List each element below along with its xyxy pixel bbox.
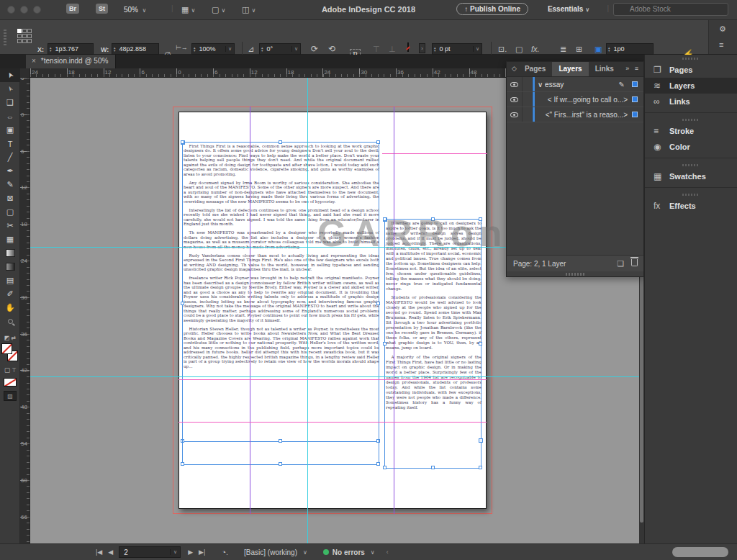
reference-point-proxy[interactable] [17, 29, 32, 43]
layers-panel-tab-pages[interactable]: Pages [518, 62, 552, 76]
close-tab-icon[interactable]: × [32, 57, 36, 65]
selection-bounding-box[interactable] [182, 142, 379, 465]
visibility-toggle[interactable] [507, 92, 523, 107]
fill-color-swatch[interactable] [1, 343, 12, 354]
selection-handle[interactable] [279, 140, 282, 144]
layer-row[interactable]: ∨ essay✎ [507, 77, 643, 92]
scroll-left-arrow[interactable]: ‹ [386, 548, 389, 556]
ruler-guide-magenta-horizontal[interactable] [178, 422, 487, 423]
selection-handle[interactable] [383, 342, 386, 346]
margin-guide[interactable] [382, 153, 487, 154]
rotation-angle-field[interactable]: ▴▾0°∨ [259, 43, 301, 55]
horizontal-scrollbar-thumb[interactable] [672, 547, 728, 557]
layer-name[interactable]: <" Firs...irst" is a reaso...> [546, 111, 628, 119]
document-page[interactable]: First Things First is a reasonable, comm… [178, 112, 487, 509]
preflight-profile[interactable]: [Basic] (working) [244, 548, 297, 556]
fill-stroke-control[interactable] [0, 343, 20, 364]
pencil-tool[interactable]: ✎ [0, 178, 20, 191]
selection-handle[interactable] [383, 466, 386, 469]
collapse-panel-icon[interactable]: » [620, 62, 634, 76]
lock-cell[interactable] [523, 107, 533, 122]
delete-layer-icon[interactable] [631, 259, 638, 266]
formatting-affects-toggle[interactable]: ▢ T [0, 364, 20, 376]
page-number-field[interactable]: 2∨ [119, 546, 181, 558]
preflight-icon[interactable]: ◔. [221, 548, 228, 556]
distribute-icon[interactable]: ⊥ [389, 45, 396, 54]
chevron-down-icon[interactable]: ∨ [371, 549, 375, 556]
dock-drag-dots[interactable] [645, 191, 737, 198]
dock-drag-dots[interactable] [645, 161, 737, 168]
zoom-tool[interactable] [0, 315, 20, 328]
chevron-down-icon[interactable]: ∨ [303, 549, 307, 556]
selection-handle[interactable] [479, 466, 482, 469]
dock-item-effects[interactable]: fxEffects [645, 198, 737, 214]
page-tool[interactable]: ❑ [0, 96, 20, 109]
panel-menu-icon[interactable]: ≡ [719, 40, 723, 49]
adobe-stock-search-input[interactable]: Adobe Stock [613, 3, 728, 16]
ruler-guide-cyan-horizontal[interactable] [30, 376, 639, 377]
text-frame-writers[interactable]: If writers are going to call on designer… [384, 219, 481, 469]
out-port[interactable] [479, 438, 483, 443]
screen-mode-button[interactable]: ▨ [0, 389, 20, 403]
rotate-counterclockwise-button[interactable]: ⟲ [328, 44, 335, 54]
selection-handle[interactable] [376, 302, 380, 305]
corner-shape-icon[interactable]: ▢ [515, 45, 523, 54]
line-tool[interactable]: ╱ [0, 150, 20, 164]
visibility-toggle[interactable] [507, 107, 523, 122]
dock-item-swatches[interactable]: ▦Swatches [645, 168, 737, 184]
chevron-down-icon[interactable]: ∨ [170, 549, 180, 555]
direct-selection-tool[interactable]: ➣ [0, 82, 20, 96]
x-position-field[interactable]: ▴▾1p3.767 [48, 43, 94, 55]
fill-swatch-none[interactable] [407, 42, 409, 52]
selection-handle[interactable] [181, 462, 184, 466]
selection-handle[interactable] [279, 462, 282, 466]
dock-drag-dots[interactable] [645, 55, 737, 62]
ruler-guide-cyan-vertical[interactable] [307, 78, 308, 543]
workspace-switcher[interactable]: Essentials ∨ [548, 5, 589, 13]
frame-fitting-icon[interactable]: ▣ [594, 45, 602, 54]
gear-icon[interactable]: ⚙ [719, 24, 726, 34]
text-wrap-none-icon[interactable]: ≣ [560, 45, 566, 54]
rotate-clockwise-button[interactable]: ⟳ [311, 44, 318, 54]
column-guide-violet[interactable] [394, 107, 394, 514]
dock-drag-dots[interactable] [645, 116, 737, 123]
layers-panel-tab-links[interactable]: Links [589, 62, 620, 76]
scale-x-field[interactable]: ▴▾100%∨ [191, 43, 235, 55]
corner-options-icon[interactable]: ⊡. [498, 45, 507, 54]
dock-item-pages[interactable]: ❐Pages [645, 62, 737, 78]
gradient-tool[interactable] [0, 246, 20, 260]
free-transform-tool[interactable]: ▦ [0, 232, 20, 246]
column-guide-violet[interactable] [250, 107, 250, 514]
dock-item-stroke[interactable]: ≡Stroke [645, 123, 737, 139]
stroke-weight-field[interactable]: ▴▾0 pt∨ [432, 43, 482, 55]
selection-handle[interactable] [181, 140, 184, 144]
fill-options-button[interactable]: › [419, 43, 425, 53]
lock-cell[interactable] [523, 77, 533, 91]
vertical-ruler[interactable]: 60612182430364248546066 [20, 78, 30, 543]
pen-tool[interactable]: ✒ [0, 164, 20, 178]
hand-tool[interactable]: ✋ [0, 301, 20, 315]
dock-item-layers[interactable]: ≋Layers [645, 78, 737, 94]
selection-square[interactable] [632, 81, 638, 87]
eyedropper-tool[interactable]: ✐ [0, 287, 20, 301]
align-icon[interactable]: ⊤ [373, 45, 380, 54]
gap-tool[interactable]: ⇔ [0, 109, 20, 123]
panel-cycle-icon[interactable]: ◇ [507, 62, 518, 76]
swap-fill-stroke-icon[interactable]: ◩ ⇄ [0, 333, 20, 343]
panel-resize-grip[interactable] [566, 273, 584, 276]
new-layer-icon[interactable]: ❏ [617, 259, 624, 268]
note-tool[interactable]: ▤ [0, 274, 20, 287]
dock-item-links[interactable]: ∞Links [645, 94, 737, 109]
gap-field[interactable]: ▴▾1p0 [606, 43, 654, 55]
rectangle-tool[interactable]: ▢ [0, 205, 20, 219]
layer-row[interactable]: < If wr...going to call o...> [507, 92, 643, 107]
ruler-origin-box[interactable] [20, 68, 30, 78]
previous-page-button[interactable]: ◀ [108, 548, 113, 556]
layer-name[interactable]: < If wr...going to call o...> [548, 96, 628, 104]
effects-fx-button[interactable]: fx. [531, 45, 540, 53]
scissors-tool[interactable]: ✂ [0, 219, 20, 232]
lock-cell[interactable] [523, 92, 533, 107]
selection-square[interactable] [632, 96, 638, 102]
apply-none-button[interactable] [0, 376, 20, 389]
text-wrap-bounding-icon[interactable]: ⊞ [576, 45, 582, 54]
